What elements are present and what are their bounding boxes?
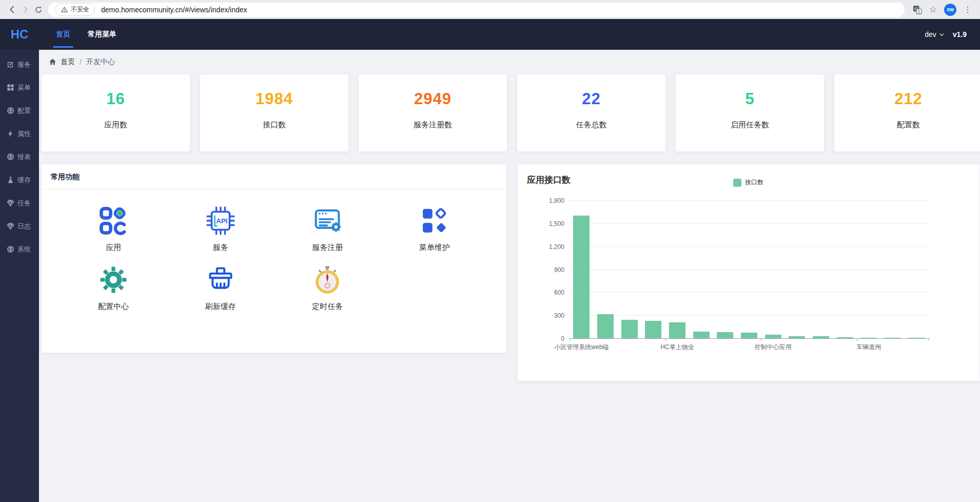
y-axis-tick-label: 300 xyxy=(534,312,564,319)
sidebar-item-menu[interactable]: 菜单 xyxy=(0,76,39,99)
stat-label: 启用任务数 xyxy=(676,120,824,130)
x-axis-tick xyxy=(665,338,666,341)
bookmark-star-icon[interactable]: ☆ xyxy=(929,5,937,14)
sidebar-item-service[interactable]: 服务 xyxy=(0,53,39,76)
x-axis-line xyxy=(570,338,929,339)
x-axis-tick-label: 控制中心应用 xyxy=(735,343,812,352)
chart-plot: 03006009001,2001,5001,800小区管理系统web端HC掌上物… xyxy=(570,200,929,338)
bar-2 xyxy=(621,320,638,338)
forward-button[interactable] xyxy=(18,3,32,16)
breadcrumb: 首页 / 开发中心 xyxy=(39,50,980,74)
stat-card-app-count: 16应用数 xyxy=(41,74,190,152)
header-tabs: 首页 常用菜单 xyxy=(47,19,125,50)
bar-13 xyxy=(885,338,901,338)
stat-value: 212 xyxy=(834,90,980,108)
browser-chrome: 不安全 demo.homecommunity.cn/#/views/index/… xyxy=(0,0,980,19)
tab-common-menu[interactable]: 常用菜单 xyxy=(79,19,125,50)
function-item-app[interactable]: 应用 xyxy=(60,206,167,253)
sidebar-item-cache[interactable]: 缓存 xyxy=(0,168,39,191)
function-item-service-register[interactable]: 服务注册 xyxy=(274,206,381,253)
env-dropdown[interactable]: dev xyxy=(925,30,945,38)
bar-14 xyxy=(909,338,925,338)
stat-card-config-count: 212配置数 xyxy=(834,74,980,152)
function-item-timed-task[interactable]: 定时任务 xyxy=(274,265,381,312)
chart-panel: 应用接口数 接口数 03006009001,2001,5001,800小区管理系… xyxy=(517,164,980,381)
security-chip[interactable]: 不安全 xyxy=(55,3,95,16)
legend-label: 接口数 xyxy=(745,178,763,187)
brush-icon xyxy=(206,265,236,295)
sidebar-item-property[interactable]: 属性 xyxy=(0,122,39,145)
sidebar-item-label: 配置 xyxy=(17,106,31,115)
function-item-label: 服务注册 xyxy=(312,243,343,253)
sidebar-item-label: 服务 xyxy=(17,60,31,69)
sidebar-item-config[interactable]: 配置 xyxy=(0,99,39,122)
function-item-label: 菜单维护 xyxy=(419,243,450,253)
chrome-menu-icon[interactable]: ⋮ xyxy=(964,6,972,14)
gridline xyxy=(570,200,929,201)
svg-text:API: API xyxy=(216,217,227,225)
sidebar-item-label: 缓存 xyxy=(17,176,31,185)
breadcrumb-home-label: 首页 xyxy=(61,57,75,67)
back-icon xyxy=(8,5,16,14)
header-right: dev v1.9 xyxy=(925,30,980,38)
gem-icon xyxy=(7,222,14,230)
back-button[interactable] xyxy=(5,3,18,16)
sidebar-item-task[interactable]: 任务 xyxy=(0,191,39,215)
chart-legend[interactable]: 接口数 xyxy=(733,178,763,187)
globe-icon xyxy=(7,153,14,161)
security-label: 不安全 xyxy=(71,5,89,14)
breadcrumb-current: 开发中心 xyxy=(86,57,115,67)
chart-title: 应用接口数 xyxy=(527,174,571,186)
gridline xyxy=(570,246,929,247)
function-item-label: 应用 xyxy=(106,243,121,253)
sidebar-item-label: 属性 xyxy=(17,129,31,139)
function-item-menu-maintain[interactable]: 菜单维护 xyxy=(381,206,488,253)
reload-icon xyxy=(34,6,43,14)
sidebar-item-report[interactable]: 报表 xyxy=(0,145,39,168)
tab-home-label: 首页 xyxy=(56,30,70,39)
sidebar: 服务菜单配置属性报表缓存任务日志系统 xyxy=(0,50,39,502)
function-item-config-center[interactable]: 配置中心 xyxy=(60,265,167,312)
url-bar[interactable]: 不安全 demo.homecommunity.cn/#/views/index/… xyxy=(48,3,905,17)
stat-card-interface-count: 1984接口数 xyxy=(200,74,349,152)
profile-avatar[interactable]: xw xyxy=(944,4,956,16)
y-axis-tick-label: 1,800 xyxy=(534,197,564,204)
tab-home[interactable]: 首页 xyxy=(47,19,79,50)
y-axis-tick-label: 600 xyxy=(534,289,564,296)
function-item-label: 配置中心 xyxy=(98,302,129,312)
function-item-refresh-cache[interactable]: 刷新缓存 xyxy=(167,265,275,312)
forward-icon xyxy=(21,5,30,14)
chevron-down-icon xyxy=(939,32,945,37)
sidebar-item-label: 菜单 xyxy=(17,83,31,92)
gridline xyxy=(570,292,929,293)
bar-0 xyxy=(573,216,590,338)
edit-icon xyxy=(7,61,14,68)
bar-1 xyxy=(597,314,614,338)
home-icon xyxy=(49,58,56,66)
sidebar-item-log[interactable]: 日志 xyxy=(0,215,39,238)
bolt-icon xyxy=(7,130,14,138)
stat-card-enabled-task-count: 5启用任务数 xyxy=(675,74,825,152)
breadcrumb-separator: / xyxy=(80,58,82,66)
function-item-label: 服务 xyxy=(213,243,228,253)
sidebar-item-system[interactable]: 系统 xyxy=(0,238,39,261)
x-axis-tick xyxy=(570,338,570,341)
breadcrumb-home-link[interactable]: 首页 xyxy=(49,57,75,67)
sidebar-item-label: 报表 xyxy=(17,152,31,162)
stat-label: 应用数 xyxy=(42,120,190,130)
y-axis-tick-label: 900 xyxy=(534,266,564,274)
function-item-service[interactable]: API服务 xyxy=(167,206,275,253)
reload-button[interactable] xyxy=(32,3,45,16)
app-logo[interactable]: HC xyxy=(0,27,39,42)
globe-icon xyxy=(7,107,14,114)
url-text: demo.homecommunity.cn/#/views/index/inde… xyxy=(101,6,247,14)
bar-7 xyxy=(741,333,757,338)
globe-icon xyxy=(7,245,14,253)
y-axis-tick-label: 1,500 xyxy=(534,220,564,227)
gridline xyxy=(570,269,929,270)
translate-icon[interactable]: G文 xyxy=(913,5,922,14)
bar-8 xyxy=(765,335,781,338)
svg-text:文: 文 xyxy=(917,9,920,13)
app-header: HC 首页 常用菜单 dev v1.9 xyxy=(0,19,980,50)
api-chip-icon: API xyxy=(206,206,236,236)
